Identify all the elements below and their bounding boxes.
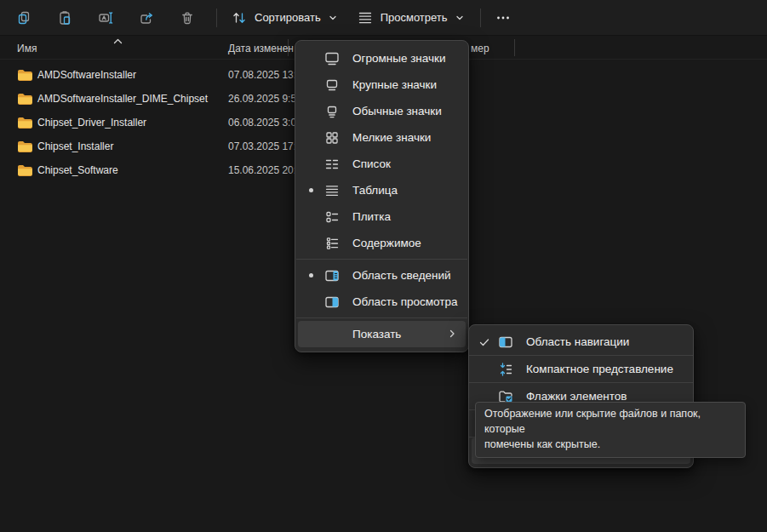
sort-icon (231, 9, 248, 26)
toolbar-separator (216, 9, 217, 27)
tiles-view-icon (323, 209, 341, 226)
selected-bullet (309, 273, 313, 277)
folder-icon (17, 164, 32, 177)
paste-icon (56, 9, 73, 26)
preview-pane-icon (323, 294, 341, 311)
menu-item-preview-pane[interactable]: Область просмотра (298, 289, 466, 315)
large-icons-icon (323, 77, 341, 94)
file-date-modified: 06.08.2025 3:0 (228, 117, 296, 129)
menu-item-list-view[interactable]: Список (298, 151, 466, 177)
sort-button[interactable]: Сортировать (222, 3, 346, 32)
view-menu: Огромные значки Крупные значки Обычные з… (295, 40, 469, 352)
view-button-label: Просмотреть (381, 11, 448, 24)
file-date-modified: 07.03.2025 17: (228, 140, 296, 152)
folder-icon (17, 117, 32, 129)
column-header-name[interactable]: Имя (17, 43, 37, 54)
menu-separator (296, 317, 467, 318)
navigation-pane-icon (497, 334, 514, 351)
chevron-down-icon (328, 13, 338, 23)
medium-icons-icon (323, 103, 341, 120)
menu-item-content-view[interactable]: Содержимое (298, 230, 466, 256)
file-name: Chipset_Installer (37, 140, 113, 152)
file-name: AMDSoftwareInstaller_DIME_Chipset (37, 93, 208, 105)
view-button[interactable]: Просмотреть (348, 3, 473, 32)
toolbar: Сортировать Просмотреть (0, 0, 767, 36)
submenu-item-compact-view[interactable]: Компактное представление (472, 356, 690, 382)
small-icons-icon (323, 129, 341, 146)
menu-item-large-icons[interactable]: Крупные значки (298, 72, 466, 98)
file-date-modified: 26.09.2025 9:5 (228, 93, 296, 105)
folder-icon (17, 140, 32, 153)
paste-button[interactable] (48, 3, 82, 32)
chevron-right-icon (447, 329, 457, 339)
menu-item-small-icons[interactable]: Мелкие значки (298, 124, 466, 151)
column-header-size-fragment[interactable]: мер (471, 43, 489, 54)
share-icon (138, 9, 155, 26)
toolbar-separator (480, 9, 481, 27)
tooltip-line-1: Отображение или скрытие файлов и папок, … (484, 406, 736, 437)
file-date-modified: 07.08.2025 13: (228, 69, 296, 81)
view-icon (357, 9, 374, 26)
menu-item-medium-icons[interactable]: Обычные значки (298, 98, 466, 124)
file-date-modified: 15.06.2025 20: (228, 164, 296, 176)
details-pane-icon (323, 267, 341, 284)
submenu-item-navigation-pane[interactable]: Область навигации (472, 329, 690, 355)
hidden-items-tooltip: Отображение или скрытие файлов и папок, … (475, 402, 746, 458)
menu-item-show[interactable]: Показать (298, 321, 466, 347)
content-view-icon (323, 235, 341, 252)
menu-item-details-view[interactable]: Таблица (298, 177, 466, 203)
file-name: AMDSoftwareInstaller (37, 69, 136, 81)
menu-item-details-pane[interactable]: Область сведений (298, 262, 466, 289)
selected-bullet (309, 188, 313, 192)
chevron-down-icon (455, 13, 465, 23)
tooltip-line-2: помечены как скрытые. (484, 437, 736, 452)
copy-icon (15, 9, 32, 26)
folder-icon (17, 93, 32, 106)
more-icon (495, 9, 512, 26)
list-view-icon (323, 156, 341, 173)
checkmark-icon (472, 336, 497, 348)
file-name: Chipset_Software (37, 164, 118, 176)
file-name: Chipset_Driver_Installer (37, 117, 146, 129)
copy-button[interactable] (7, 3, 41, 32)
delete-icon (179, 9, 196, 26)
menu-item-huge-icons[interactable]: Огромные значки (298, 45, 466, 72)
column-divider (288, 39, 289, 56)
huge-icons-icon (323, 50, 341, 67)
share-button[interactable] (129, 3, 163, 32)
sort-ascending-icon (113, 38, 123, 45)
sort-button-label: Сортировать (255, 11, 321, 24)
details-view-icon (323, 182, 341, 199)
delete-button[interactable] (170, 3, 204, 32)
menu-separator (296, 259, 467, 260)
rename-icon (97, 9, 114, 26)
column-header-date-modified[interactable]: Дата изменен (228, 43, 294, 54)
compact-view-icon (497, 361, 514, 378)
menu-item-tiles-view[interactable]: Плитка (298, 203, 466, 230)
more-button[interactable] (486, 3, 520, 32)
column-divider (514, 39, 515, 56)
rename-button[interactable] (89, 3, 123, 32)
folder-icon (17, 69, 32, 82)
